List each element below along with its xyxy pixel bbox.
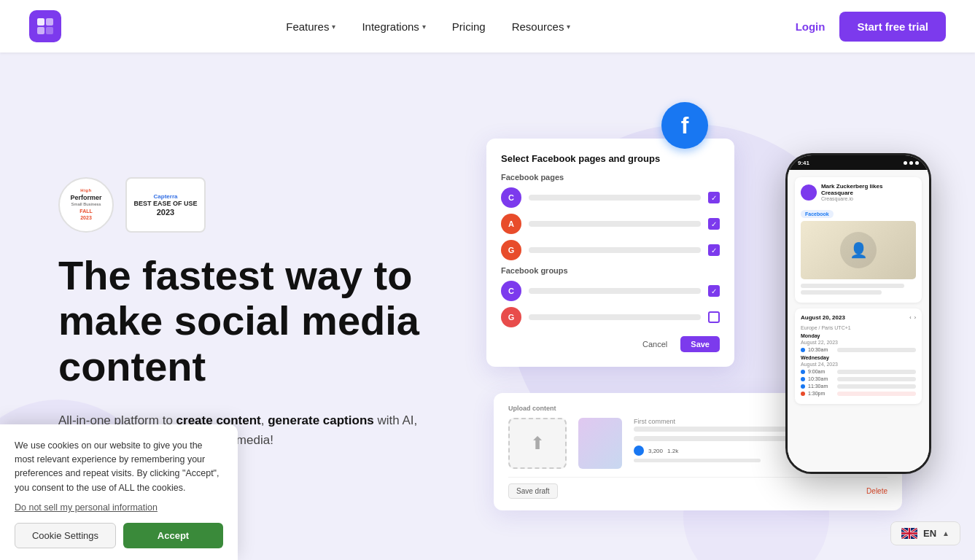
next-month-button[interactable]: › [914, 315, 916, 320]
nav-features[interactable]: Features ▾ [286, 20, 335, 33]
fb-group-row-2: G [501, 307, 720, 327]
language-selector[interactable]: EN ▲ [890, 521, 960, 545]
svg-rect-2 [37, 27, 44, 34]
fb-page-badge: Facebook [801, 210, 834, 218]
nav-integrations[interactable]: Integrations ▾ [362, 20, 425, 33]
event-bar [837, 392, 916, 396]
avatar [801, 184, 817, 201]
checkbox[interactable] [708, 285, 720, 297]
phone-mockup: 9:41 Mark Zuckerberg likes Creasquare [785, 153, 931, 474]
cookie-text: We use cookies on our website to give yo… [15, 439, 223, 496]
group-name-bar [529, 314, 701, 320]
do-not-sell-link[interactable]: Do not sell my personal information [15, 502, 223, 513]
hero-mockup: f Select Facebook pages and groups Faceb… [465, 109, 931, 518]
calendar-header: August 20, 2023 ‹ › [801, 314, 916, 321]
event-dot [801, 377, 805, 381]
phone-icons [904, 161, 919, 165]
facebook-icon: f [661, 102, 708, 149]
wifi-icon [909, 161, 913, 165]
checkbox[interactable] [708, 218, 720, 230]
g2-badge: High Performer Small Business FALL 2023 [58, 177, 114, 233]
avatar: G [501, 307, 521, 327]
nav-pricing[interactable]: Pricing [452, 20, 486, 33]
cancel-button[interactable]: Cancel [635, 336, 675, 352]
svg-rect-0 [37, 18, 44, 26]
phone-content: Mark Zuckerberg likes Creasquare Creasqu… [788, 170, 929, 472]
logo[interactable] [29, 10, 61, 42]
page-name: Creasquare.io [821, 196, 916, 201]
page-name-bar [529, 221, 701, 227]
day-label: Wednesday [801, 355, 916, 360]
fb-page-row-2: A [501, 214, 720, 234]
thumbnail [578, 418, 622, 469]
delete-button[interactable]: Delete [866, 487, 887, 495]
phone-post-card: Mark Zuckerberg likes Creasquare Creasqu… [795, 177, 922, 303]
dialog-title: Select Facebook pages and groups [501, 153, 720, 164]
dialog-footer: Cancel Save [501, 336, 720, 352]
save-button[interactable]: Save [680, 336, 720, 352]
hero-left: High Performer Small Business FALL 2023 … [58, 177, 438, 451]
event-time: 11:30am [808, 384, 834, 389]
calendar-nav: ‹ › [909, 315, 916, 320]
facebook-badge-label: Facebook [805, 211, 829, 217]
chevron-up-icon: ▲ [942, 529, 949, 537]
event-bar [837, 377, 916, 381]
upload-icon: ⬆ [530, 433, 545, 454]
card-footer: Save draft Delete [508, 477, 887, 499]
event-bar [837, 370, 916, 374]
avatar: C [501, 187, 521, 208]
timezone: Europe / Paris UTC+1 [801, 325, 916, 330]
calendar-month: August 20, 2023 [801, 314, 845, 321]
calendar-card: August 20, 2023 ‹ › Europe / Paris UTC+1… [795, 308, 922, 404]
page-name-bar [529, 195, 701, 201]
checkbox[interactable] [708, 311, 720, 323]
nav-resources[interactable]: Resources ▾ [512, 20, 571, 33]
cookie-accept-button[interactable]: Accept [123, 523, 223, 548]
badges: High Performer Small Business FALL 2023 … [58, 177, 438, 233]
event-time: 10:30am [808, 376, 834, 381]
event-dot [801, 384, 805, 389]
event-bar [837, 384, 916, 389]
chevron-down-icon: ▾ [422, 23, 426, 31]
fb-page-row-3: G [501, 240, 720, 260]
event-time: 1:30pm [808, 391, 834, 396]
calendar-event: 10:30am [801, 376, 916, 381]
checkbox[interactable] [708, 244, 720, 256]
post-image: 👤 [801, 221, 916, 279]
fb-group-row-1: C [501, 281, 720, 301]
nav-actions: Login Start free trial [796, 12, 946, 42]
post-author: Mark Zuckerberg likes Creasquare [821, 183, 916, 196]
fb-groups-label: Facebook groups [501, 266, 720, 275]
avatar: G [501, 240, 521, 260]
event-dot [801, 392, 805, 396]
day-label: Monday [801, 333, 916, 338]
calendar-event: 1:30pm [801, 391, 916, 396]
post-header: Mark Zuckerberg likes Creasquare Creasqu… [801, 183, 916, 201]
nav-links: Features ▾ Integrations ▾ Pricing Resour… [286, 20, 570, 33]
group-name-bar [529, 288, 701, 294]
navbar: Features ▾ Integrations ▾ Pricing Resour… [0, 0, 975, 52]
checkbox[interactable] [708, 192, 720, 203]
text-bar [801, 290, 882, 295]
event-bar [837, 348, 916, 352]
upload-drop-area[interactable]: ⬆ [508, 418, 567, 469]
avatar: C [501, 281, 521, 301]
start-trial-button[interactable]: Start free trial [839, 12, 946, 42]
date-label: August 24, 2023 [801, 362, 916, 367]
chevron-down-icon: ▾ [567, 23, 570, 31]
battery-icon [915, 161, 919, 165]
prev-month-button[interactable]: ‹ [909, 315, 911, 320]
calendar-event: 10:30am [801, 347, 916, 352]
event-time: 10:30am [808, 347, 834, 352]
phone-screen: 9:41 Mark Zuckerberg likes Creasquare [788, 155, 929, 472]
save-draft-button[interactable]: Save draft [508, 483, 558, 499]
cookie-banner: We use cookies on our website to give yo… [0, 424, 238, 561]
event-time: 9:00am [808, 369, 834, 374]
login-button[interactable]: Login [796, 20, 826, 33]
capterra-badge: Capterra BEST EASE OF USE 2023 [125, 177, 206, 233]
chevron-down-icon: ▾ [332, 23, 335, 31]
fb-pages-label: Facebook pages [501, 173, 720, 182]
language-code: EN [923, 528, 936, 539]
cookie-settings-button[interactable]: Cookie Settings [15, 523, 116, 548]
facebook-small-icon [634, 446, 644, 456]
